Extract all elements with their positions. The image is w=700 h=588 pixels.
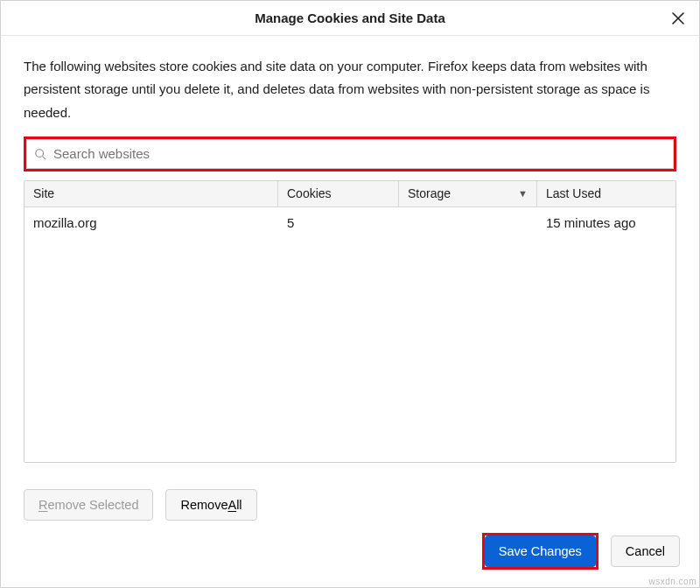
cell-last-used: 15 minutes ago — [537, 215, 676, 230]
save-highlight: Save Changes — [482, 533, 598, 570]
action-buttons-row: Remove Selected Remove All — [1, 473, 699, 522]
search-icon — [34, 148, 46, 160]
watermark: wsxdn.com — [648, 577, 696, 586]
table-body[interactable]: mozilla.org 5 15 minutes ago — [24, 207, 676, 462]
sort-indicator-icon: ▼ — [518, 188, 528, 199]
remove-selected-button[interactable]: Remove Selected — [24, 489, 153, 521]
sites-table: Site Cookies Storage▼ Last Used mozilla.… — [24, 180, 676, 463]
column-header-cookies[interactable]: Cookies — [278, 181, 399, 206]
close-button[interactable] — [668, 8, 689, 29]
column-header-site[interactable]: Site — [24, 181, 278, 206]
search-field[interactable] — [26, 139, 674, 169]
dialog-content: The following websites store cookies and… — [1, 36, 699, 473]
column-header-storage[interactable]: Storage▼ — [399, 181, 537, 206]
column-header-last-used[interactable]: Last Used — [537, 181, 676, 206]
close-icon — [671, 11, 685, 25]
svg-line-1 — [43, 156, 46, 159]
search-input[interactable] — [52, 145, 666, 162]
svg-point-0 — [36, 150, 44, 158]
dialog-title: Manage Cookies and Site Data — [255, 10, 445, 25]
remove-all-button[interactable]: Remove All — [165, 489, 256, 521]
table-header: Site Cookies Storage▼ Last Used — [24, 181, 676, 207]
search-highlight — [24, 136, 676, 172]
cancel-button[interactable]: Cancel — [611, 536, 680, 567]
cell-cookies: 5 — [278, 215, 399, 230]
manage-cookies-dialog: Manage Cookies and Site Data The followi… — [0, 0, 700, 588]
cell-site: mozilla.org — [24, 215, 278, 230]
dialog-titlebar: Manage Cookies and Site Data — [1, 1, 699, 36]
table-row[interactable]: mozilla.org 5 15 minutes ago — [24, 207, 676, 239]
dialog-description: The following websites store cookies and… — [24, 55, 676, 124]
save-changes-button[interactable]: Save Changes — [485, 536, 596, 567]
dialog-footer: Save Changes Cancel — [1, 522, 699, 587]
